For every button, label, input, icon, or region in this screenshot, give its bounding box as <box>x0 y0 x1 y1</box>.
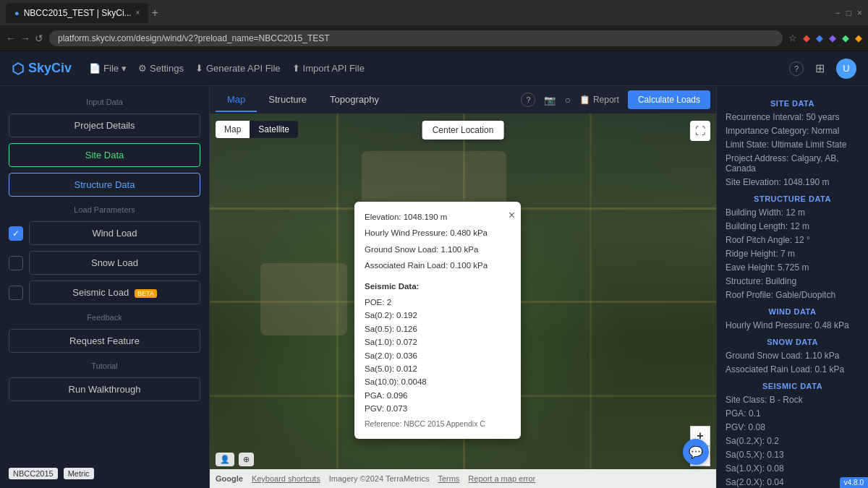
hourly-wind: Hourly Wind Pressure: 0.48 kPa <box>726 320 859 330</box>
import-api-btn[interactable]: ⬆ Import API File <box>292 63 365 74</box>
new-tab-button[interactable]: + <box>151 7 158 20</box>
report-btn[interactable]: 📋 Report <box>579 95 619 105</box>
extension-icon-3: ◆ <box>829 33 836 43</box>
back-button[interactable]: ← <box>6 33 16 44</box>
generate-api-btn[interactable]: ⬇ Generate API File <box>195 63 281 74</box>
help-map-icon[interactable]: ? <box>521 93 535 107</box>
run-walkthrough-btn[interactable]: Run Walkthrough <box>9 377 200 401</box>
camera-icon: 📷 <box>544 95 556 106</box>
pgv: PGV: 0.08 <box>726 422 859 432</box>
file-icon: 📄 <box>89 63 101 74</box>
browser-window-controls: − □ × <box>835 8 862 18</box>
browser-icons: ☆ ◆ ◆ ◆ ◆ ◆ <box>788 33 862 43</box>
structure-data-title: STRUCTURE DATA <box>726 194 859 203</box>
popup-reference: Reference: NBCC 2015 Appendix C <box>365 418 511 430</box>
input-data-label: Input Data <box>9 98 200 106</box>
wind-load-item: ✓ Wind Load <box>9 221 200 245</box>
building-width: Building Width: 12 m <box>726 207 859 218</box>
seismic-load-btn[interactable]: Seismic Load BETA <box>29 281 200 304</box>
extension-icon-4: ◆ <box>842 33 849 43</box>
map-bottom-bar: Google Keyboard shortcuts Imagery ©2024 … <box>210 469 716 488</box>
site-data-btn[interactable]: Site Data <box>9 143 200 167</box>
wind-data-title: WIND DATA <box>726 307 859 316</box>
file-menu[interactable]: 📄 File ▾ <box>89 63 127 74</box>
download-icon: ⬇ <box>195 63 203 74</box>
sa05: Sa(0.5,X): 0.13 <box>726 450 859 460</box>
popup-sa100: Sa(10.0): 0.0048 <box>365 375 511 388</box>
popup-seismic-title: Seismic Data: <box>365 280 511 293</box>
wind-load-btn[interactable]: Wind Load <box>29 221 200 245</box>
metric-badge[interactable]: Metric <box>64 468 94 479</box>
forward-button[interactable]: → <box>20 33 30 44</box>
structure-data-btn[interactable]: Structure Data <box>9 173 200 197</box>
popup-poe: POE: 2 <box>365 296 511 309</box>
nav-controls: ← → ↺ <box>6 33 43 44</box>
calculate-loads-btn[interactable]: Calculate Loads <box>628 90 710 109</box>
site-elevation: Site Elevation: 1048.190 m <box>726 177 859 187</box>
street-view-icon[interactable]: 👤 <box>216 453 234 466</box>
snow-load-item: Snow Load <box>9 251 200 275</box>
ridge-height: Ridge Height: 7 m <box>726 249 859 259</box>
google-logo: Google <box>216 474 243 483</box>
settings-icon: ⚙ <box>138 63 147 74</box>
limit-state: Limit State: Ultimate Limit State <box>726 140 859 150</box>
popup-close-icon[interactable]: × <box>509 206 515 225</box>
active-tab[interactable]: ● NBCC2015_TEST | SkyCi... × <box>6 3 148 23</box>
center-location-btn[interactable]: Center Location <box>422 121 504 140</box>
map-button[interactable]: Map <box>216 121 250 138</box>
rotate-icon[interactable]: ⊕ <box>239 453 254 466</box>
keyboard-shortcuts[interactable]: Keyboard shortcuts <box>252 474 320 483</box>
satellite-button[interactable]: Satellite <box>250 121 298 138</box>
importance-category: Importance Category: Normal <box>726 126 859 136</box>
popup-sa05: Sa(0.5): 0.126 <box>365 322 511 335</box>
pga: PGA: 0.1 <box>726 408 859 419</box>
address-bar: ← → ↺ ☆ ◆ ◆ ◆ ◆ ◆ <box>0 25 868 51</box>
roof-profile: Roof Profile: Gable/Duopitch <box>726 290 859 300</box>
popup-sa10: Sa(1.0): 0.072 <box>365 335 511 348</box>
popup-snow: Ground Snow Load: 1.100 kPa <box>365 243 511 256</box>
bottom-badges: NBCC2015 Metric <box>9 459 200 479</box>
structure-type: Structure: Building <box>726 276 859 286</box>
grid-icon[interactable]: ⊞ <box>815 61 825 75</box>
avatar[interactable]: U <box>836 59 856 79</box>
report-map-error[interactable]: Report a map error <box>468 474 535 483</box>
map-type-buttons: Map Satellite <box>216 121 298 138</box>
recurrence-interval: Recurrence Interval: 50 years <box>726 112 859 122</box>
refresh-button[interactable]: ↺ <box>35 33 43 44</box>
imagery-credit: Imagery ©2024 TerraMetrics <box>329 474 430 483</box>
tab-structure[interactable]: Structure <box>257 88 318 112</box>
snow-load-btn[interactable]: Snow Load <box>29 251 200 275</box>
report-icon: 📋 <box>579 95 590 105</box>
project-address: Project Address: Calgary, AB, Canada <box>726 153 859 174</box>
browser-tabs: ● NBCC2015_TEST | SkyCi... × + <box>6 3 830 23</box>
sidebar: Input Data Project Details Site Data Str… <box>0 86 210 488</box>
request-feature-btn[interactable]: Request Feature <box>9 329 200 353</box>
tab-map[interactable]: Map <box>216 88 257 112</box>
extension-icon-1: ◆ <box>803 33 810 43</box>
settings-menu[interactable]: ⚙ Settings <box>138 63 184 74</box>
wind-load-checkbox[interactable]: ✓ <box>9 226 23 241</box>
fullscreen-btn[interactable]: ⛶ <box>690 121 710 141</box>
popup-elevation: Elevation: 1048.190 m <box>365 210 511 223</box>
tab-close-icon[interactable]: × <box>136 9 140 17</box>
tab-topography[interactable]: Topography <box>318 88 391 112</box>
main-layout: Input Data Project Details Site Data Str… <box>0 86 868 488</box>
popup-pgv: PGV: 0.073 <box>365 402 511 415</box>
profile-icon: ◆ <box>855 33 862 43</box>
terms-link[interactable]: Terms <box>438 474 459 483</box>
upload-icon: ⬆ <box>292 63 300 74</box>
site-class: Site Class: B - Rock <box>726 395 859 405</box>
help-icon[interactable]: ? <box>789 61 804 76</box>
seismic-load-checkbox[interactable] <box>9 286 23 300</box>
app-header: ⬡ SkyCiv 📄 File ▾ ⚙ Settings ⬇ Generate … <box>0 51 868 86</box>
logo-icon: ⬡ <box>12 60 24 77</box>
seismic-data-title: SEISMIC DATA <box>726 382 859 390</box>
snow-load-checkbox[interactable] <box>9 256 23 270</box>
tutorial-label: Tutorial <box>9 361 200 370</box>
url-input[interactable] <box>49 30 783 46</box>
site-data-title: SITE DATA <box>726 99 859 108</box>
extension-icon-2: ◆ <box>816 33 823 43</box>
project-details-btn[interactable]: Project Details <box>9 114 200 137</box>
standard-badge[interactable]: NBCC2015 <box>9 468 58 479</box>
circle-icon: ○ <box>564 94 570 106</box>
